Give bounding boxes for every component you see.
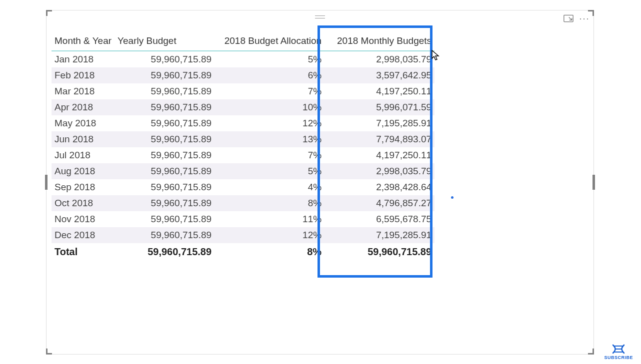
table-row[interactable]: Aug 201859,960,715.895%2,998,035.79 xyxy=(52,163,434,179)
table-row[interactable]: Feb 201859,960,715.896%3,597,642.95 xyxy=(52,67,434,83)
table-row[interactable]: Jan 201859,960,715.895%2,998,035.79 xyxy=(52,51,434,67)
table-header-row[interactable]: Month & Year Yearly Budget 2018 Budget A… xyxy=(52,32,434,51)
cell-monthly: 3,597,642.95 xyxy=(324,67,434,83)
total-yearly: 59,960,715.89 xyxy=(114,243,214,260)
cell-alloc: 12% xyxy=(214,227,324,243)
total-alloc: 8% xyxy=(214,243,324,260)
cell-monthly: 4,796,857.27 xyxy=(324,195,434,211)
cell-alloc: 6% xyxy=(214,67,324,83)
cell-month: Jul 2018 xyxy=(52,147,114,163)
total-label: Total xyxy=(52,243,114,260)
cell-month: Nov 2018 xyxy=(52,211,114,227)
cell-yearly: 59,960,715.89 xyxy=(114,211,214,227)
cell-alloc: 13% xyxy=(214,131,324,147)
cell-yearly: 59,960,715.89 xyxy=(114,131,214,147)
budget-table-wrapper: Month & Year Yearly Budget 2018 Budget A… xyxy=(52,32,582,260)
cell-monthly: 7,195,285.91 xyxy=(324,227,434,243)
col-allocation[interactable]: 2018 Budget Allocation xyxy=(214,32,324,51)
cell-monthly: 7,195,285.91 xyxy=(324,115,434,131)
resize-handle-bottom-right[interactable] xyxy=(588,349,594,355)
cell-yearly: 59,960,715.89 xyxy=(114,67,214,83)
cell-month: Oct 2018 xyxy=(52,195,114,211)
cell-alloc: 5% xyxy=(214,51,324,67)
table-row[interactable]: Jul 201859,960,715.897%4,197,250.11 xyxy=(52,147,434,163)
cell-monthly: 2,398,428.64 xyxy=(324,179,434,195)
resize-handle-left[interactable] xyxy=(45,175,48,190)
cell-month: Jun 2018 xyxy=(52,131,114,147)
cell-alloc: 4% xyxy=(214,179,324,195)
cell-alloc: 12% xyxy=(214,115,324,131)
cell-alloc: 7% xyxy=(214,147,324,163)
table-total-row[interactable]: Total 59,960,715.89 8% 59,960,715.89 xyxy=(52,243,434,260)
cell-month: May 2018 xyxy=(52,115,114,131)
cell-month: Sep 2018 xyxy=(52,179,114,195)
cell-yearly: 59,960,715.89 xyxy=(114,179,214,195)
col-month-year[interactable]: Month & Year xyxy=(52,32,114,51)
cell-month: Mar 2018 xyxy=(52,83,114,99)
table-row[interactable]: Oct 201859,960,715.898%4,796,857.27 xyxy=(52,195,434,211)
table-row[interactable]: Sep 201859,960,715.894%2,398,428.64 xyxy=(52,179,434,195)
cell-month: Dec 2018 xyxy=(52,227,114,243)
cell-alloc: 5% xyxy=(214,163,324,179)
total-monthly: 59,960,715.89 xyxy=(324,243,434,260)
cell-yearly: 59,960,715.89 xyxy=(114,163,214,179)
cell-yearly: 59,960,715.89 xyxy=(114,99,214,115)
cell-monthly: 7,794,893.07 xyxy=(324,131,434,147)
resize-handle-bottom-left[interactable] xyxy=(46,349,52,355)
cell-yearly: 59,960,715.89 xyxy=(114,115,214,131)
cell-alloc: 7% xyxy=(214,83,324,99)
table-row[interactable]: Nov 201859,960,715.8911%6,595,678.75 xyxy=(52,211,434,227)
cell-month: Jan 2018 xyxy=(52,51,114,67)
cell-alloc: 8% xyxy=(214,195,324,211)
cell-yearly: 59,960,715.89 xyxy=(114,147,214,163)
budget-table[interactable]: Month & Year Yearly Budget 2018 Budget A… xyxy=(52,32,434,260)
cell-yearly: 59,960,715.89 xyxy=(114,227,214,243)
cell-month: Apr 2018 xyxy=(52,99,114,115)
cell-monthly: 5,996,071.59 xyxy=(324,99,434,115)
cell-month: Aug 2018 xyxy=(52,163,114,179)
cell-monthly: 4,197,250.11 xyxy=(324,147,434,163)
table-row[interactable]: Apr 201859,960,715.8910%5,996,071.59 xyxy=(52,99,434,115)
visual-header-icons: ··· xyxy=(564,13,590,23)
cell-monthly: 2,998,035.79 xyxy=(324,51,434,67)
dna-icon xyxy=(611,344,626,354)
table-row[interactable]: Mar 201859,960,715.897%4,197,250.11 xyxy=(52,83,434,99)
decorative-dot xyxy=(451,196,454,199)
drag-grip-icon[interactable] xyxy=(315,15,325,18)
cell-yearly: 59,960,715.89 xyxy=(114,51,214,67)
cell-alloc: 10% xyxy=(214,99,324,115)
subscribe-badge[interactable]: SUBSCRIBE xyxy=(604,344,633,360)
svg-line-1 xyxy=(569,17,572,20)
subscribe-label: SUBSCRIBE xyxy=(604,355,633,360)
cell-monthly: 2,998,035.79 xyxy=(324,163,434,179)
cell-monthly: 4,197,250.11 xyxy=(324,83,434,99)
resize-handle-top-left[interactable] xyxy=(46,10,52,16)
col-monthly-budget[interactable]: 2018 Monthly Budgets xyxy=(324,32,434,51)
cell-yearly: 59,960,715.89 xyxy=(114,83,214,99)
focus-mode-icon[interactable] xyxy=(564,13,574,23)
table-row[interactable]: Jun 201859,960,715.8913%7,794,893.07 xyxy=(52,131,434,147)
cell-monthly: 6,595,678.75 xyxy=(324,211,434,227)
table-row[interactable]: May 201859,960,715.8912%7,195,285.91 xyxy=(52,115,434,131)
col-yearly-budget[interactable]: Yearly Budget xyxy=(114,32,214,51)
more-options-icon[interactable]: ··· xyxy=(580,13,590,23)
cell-yearly: 59,960,715.89 xyxy=(114,195,214,211)
cell-alloc: 11% xyxy=(214,211,324,227)
cell-month: Feb 2018 xyxy=(52,67,114,83)
table-row[interactable]: Dec 201859,960,715.8912%7,195,285.91 xyxy=(52,227,434,243)
table-body: Jan 201859,960,715.895%2,998,035.79Feb 2… xyxy=(52,51,434,243)
report-visual-container[interactable]: ··· Month & Year Yearly Budget 2018 Budg… xyxy=(46,10,594,355)
resize-handle-right[interactable] xyxy=(592,175,595,190)
